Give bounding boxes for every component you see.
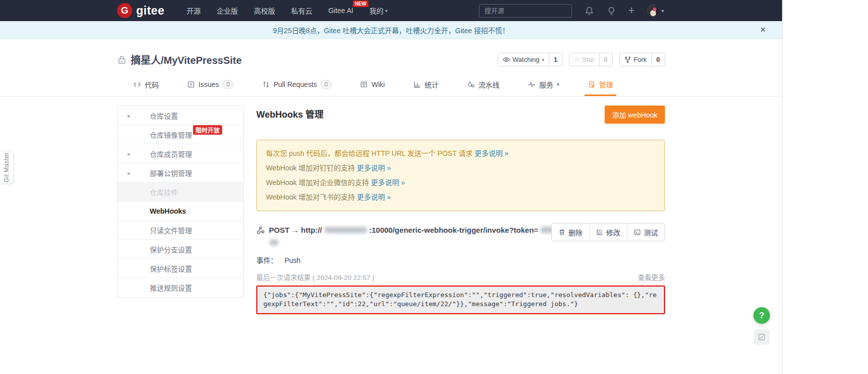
- watch-count[interactable]: 1: [549, 53, 562, 66]
- pulse-icon: [528, 80, 536, 88]
- test-webhook-button[interactable]: 测试: [627, 224, 664, 241]
- caret-right-icon: ▸: [128, 113, 131, 119]
- webhook-url-path: :10000/generic-webhook-trigger/invoke?to…: [369, 224, 538, 236]
- feedback-button[interactable]: [754, 329, 769, 345]
- caret-right-icon: ▸: [128, 170, 131, 176]
- webhook-url-protocol: http://: [301, 224, 322, 236]
- more-info-link[interactable]: 更多说明 »: [371, 178, 405, 186]
- tip-line: 每次您 push 代码后，都会给远程 HTTP URL 发送一个 POST 请求…: [266, 146, 655, 161]
- watch-button[interactable]: Watching ▾: [498, 53, 549, 66]
- gitee-app: G gitee 开源 企业版 高校版 私有云 Gitee AI NEW 我的 ▾: [0, 0, 783, 374]
- tip-line: WebHook 增加对钉钉的支持 更多说明 »: [266, 161, 655, 175]
- nav-link-gitee-ai[interactable]: Gitee AI NEW: [328, 7, 353, 15]
- tip-line: WebHook 增加对企业微信的支持 更多说明 »: [266, 175, 655, 190]
- tab-issues[interactable]: Issues 0: [184, 74, 237, 96]
- sidebar-item-protected-tags[interactable]: 保护标签设置: [118, 259, 243, 278]
- terminal-icon: [634, 229, 641, 236]
- webhook-entry: POST → http:// :10000/generic-webhook-tr…: [256, 224, 665, 247]
- lock-icon: [117, 55, 127, 64]
- page-title: WebHooks 管理: [256, 107, 324, 120]
- sidebar-item-webhooks[interactable]: WebHooks: [118, 202, 243, 221]
- trash-icon: [558, 229, 565, 236]
- repo-tabs: 代码 Issues 0 Pull Requests 0: [117, 74, 665, 96]
- caret-down-icon: ▾: [557, 81, 559, 87]
- announcement-text: 9月25日晚8点，Gitee 吐槽大会正式开幕，吐槽火力全开，Gitee 接招不…: [273, 25, 509, 35]
- idea-bulb-icon[interactable]: [606, 6, 616, 16]
- tab-manage[interactable]: 管理: [585, 74, 616, 96]
- last-result-row: 最后一次请求结果 ( 2024-09-20 22:57 ) 查看更多: [256, 272, 665, 282]
- delete-webhook-button[interactable]: 删除: [552, 224, 589, 241]
- edit-webhook-button[interactable]: 修改: [589, 224, 627, 241]
- event-label: 事件：: [256, 256, 277, 264]
- sidebar-item-protected-branches[interactable]: 保护分支设置: [118, 240, 243, 259]
- event-row: 事件： Push: [256, 255, 665, 265]
- sidebar-item-members[interactable]: ▸ 仓库成员管理: [118, 144, 243, 163]
- webhook-tips-box: 每次您 push 代码后，都会给远程 HTTP URL 发送一个 POST 请求…: [256, 140, 665, 211]
- sidebar-item-readonly-files[interactable]: 只读文件管理: [118, 221, 243, 240]
- pull-request-icon: [262, 80, 270, 88]
- feedback-pencil-icon: [758, 333, 765, 341]
- event-value: Push: [284, 256, 301, 264]
- watch-label: Watching: [513, 56, 540, 63]
- tab-pull-requests[interactable]: Pull Requests 0: [259, 74, 335, 96]
- announcement-bar: 9月25日晚8点，Gitee 吐槽大会正式开幕，吐槽火力全开，Gitee 接招不…: [0, 21, 782, 39]
- sidebar-item-mirror-manage[interactable]: 仓库镜像管理 限时开放: [118, 125, 243, 144]
- arrow-right-icon: →: [292, 224, 299, 236]
- redacted-token-tail: [269, 239, 278, 246]
- nav-link-education[interactable]: 高校版: [254, 6, 275, 16]
- webhooks-main: WebHooks 管理 添加 webHook 每次您 push 代码后，都会给远…: [256, 106, 665, 314]
- caret-down-icon: ▾: [385, 8, 388, 14]
- webhook-icon: [256, 226, 265, 234]
- sidebar-item-push-rules[interactable]: 推送规则设置: [118, 278, 243, 297]
- tab-code[interactable]: 代码: [130, 74, 162, 96]
- pipeline-icon: [467, 80, 475, 88]
- new-badge: NEW: [353, 1, 368, 7]
- tab-services[interactable]: 服务 ▾: [525, 74, 562, 96]
- last-result-label: 最后一次请求结果 ( 2024-09-20 22:57 ): [256, 272, 374, 282]
- add-webhook-button[interactable]: 添加 webHook: [605, 106, 665, 124]
- nav-link-private-cloud[interactable]: 私有云: [291, 6, 312, 16]
- more-info-link[interactable]: 更多说明 »: [357, 193, 391, 201]
- pr-count-badge: 0: [321, 80, 332, 89]
- help-button[interactable]: ?: [753, 307, 770, 324]
- close-icon[interactable]: ✕: [760, 26, 766, 34]
- issues-icon: [187, 80, 195, 88]
- tab-pipeline[interactable]: 流水线: [464, 74, 503, 96]
- nav-right-tools: + ▾: [479, 4, 665, 18]
- code-icon: [133, 80, 141, 88]
- user-menu[interactable]: ▾: [647, 5, 664, 17]
- nav-link-opensource[interactable]: 开源: [186, 6, 201, 16]
- repo-header: 摘星人/MyVitePressSite Watching ▾ 1 ☆: [117, 52, 665, 67]
- star-button-group: ☆ Star 0: [569, 53, 613, 66]
- caret-down-icon: ▾: [542, 57, 544, 62]
- more-info-link[interactable]: 更多说明 »: [474, 149, 509, 157]
- tip-line: WebHook 增加对飞书的支持 更多说明 »: [266, 190, 655, 205]
- more-info-link[interactable]: 更多说明 »: [357, 164, 391, 172]
- top-navbar: G gitee 开源 企业版 高校版 私有云 Gitee AI NEW 我的 ▾: [0, 0, 782, 21]
- chart-bars-icon: [413, 80, 421, 88]
- nav-link-mine[interactable]: 我的 ▾: [369, 6, 388, 16]
- webhook-method: POST: [269, 224, 290, 236]
- view-more-link[interactable]: 查看更多: [638, 272, 665, 282]
- edit-icon: [596, 229, 603, 236]
- avatar: [647, 5, 659, 17]
- notifications-bell-icon[interactable]: [584, 6, 594, 16]
- search-input[interactable]: [479, 4, 572, 18]
- tab-statistics[interactable]: 统计: [410, 74, 442, 96]
- repo-name: 摘星人/MyVitePressSite: [131, 52, 242, 67]
- star-button[interactable]: ☆ Star: [569, 53, 599, 66]
- issues-count-badge: 0: [222, 80, 234, 89]
- fork-button[interactable]: Fork: [620, 53, 651, 66]
- tab-wiki[interactable]: Wiki: [357, 74, 388, 96]
- nav-link-enterprise[interactable]: 企业版: [217, 6, 238, 16]
- sidebar-item-repo-settings[interactable]: ▸ 仓库设置: [118, 106, 243, 125]
- git-master-tab[interactable]: Git Master: [0, 151, 14, 184]
- limited-time-badge: 限时开放: [193, 125, 222, 135]
- fork-count[interactable]: 0: [651, 53, 664, 66]
- webhook-url: POST → http:// :10000/generic-webhook-tr…: [256, 224, 588, 236]
- star-count[interactable]: 0: [599, 53, 612, 66]
- nav-links: 开源 企业版 高校版 私有云 Gitee AI NEW 我的 ▾: [186, 6, 388, 16]
- gitee-logo[interactable]: G gitee: [117, 3, 164, 18]
- create-plus-icon[interactable]: +: [628, 5, 635, 16]
- sidebar-item-deploy-keys[interactable]: ▸ 部署公钥管理: [118, 163, 243, 182]
